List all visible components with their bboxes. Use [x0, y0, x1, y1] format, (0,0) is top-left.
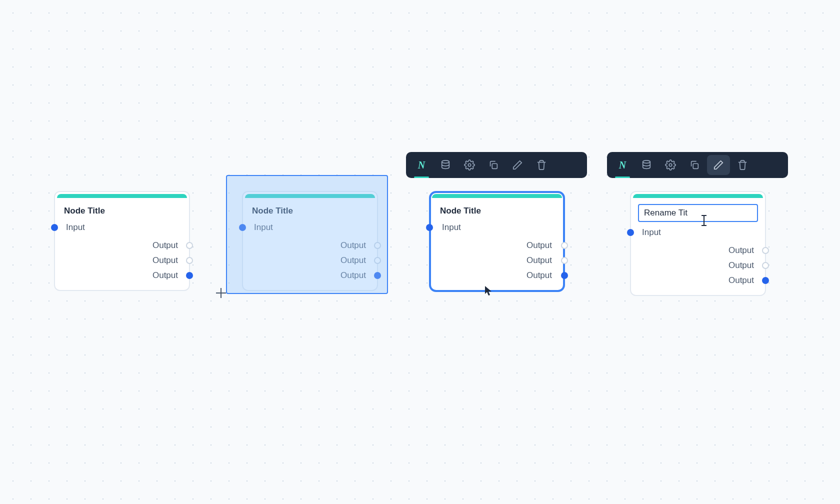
node-output-label: Output — [152, 270, 178, 280]
port-dot-icon[interactable] — [762, 277, 769, 284]
port-dot-icon[interactable] — [561, 257, 568, 264]
port-dot-icon[interactable] — [186, 257, 193, 264]
node-default[interactable]: Node Title Input Output Output Output — [54, 191, 190, 291]
node-output-label: Output — [526, 256, 552, 266]
port-dot-icon[interactable] — [561, 242, 568, 249]
node-output-label: Output — [728, 260, 754, 270]
toolbar-database-button[interactable] — [434, 155, 457, 175]
toolbar-settings-button[interactable] — [659, 155, 682, 175]
node-input-port[interactable]: Input — [55, 220, 189, 235]
node-stripe — [633, 194, 763, 198]
gear-icon — [464, 160, 475, 170]
node-output-label: Output — [152, 240, 178, 250]
node-input-label: Input — [254, 222, 273, 232]
toolbar-node-type-button[interactable]: N — [410, 155, 433, 175]
toolbar-delete-button[interactable] — [530, 155, 553, 175]
node-output-port[interactable]: Output — [431, 268, 563, 283]
svg-point-0 — [442, 160, 450, 164]
node-output-label: Output — [728, 276, 754, 286]
n-italic-icon: N — [619, 160, 626, 171]
node-input-port[interactable]: Input — [243, 220, 377, 235]
node-output-label: Output — [728, 246, 754, 256]
node-output-port[interactable]: Output — [243, 253, 377, 268]
svg-rect-5 — [693, 164, 698, 168]
trash-icon — [737, 160, 748, 170]
copy-icon — [689, 160, 700, 170]
node-output-port[interactable]: Output — [55, 253, 189, 268]
port-dot-icon[interactable] — [374, 257, 381, 264]
node-canvas[interactable]: Node Title Input Output Output Output No… — [0, 0, 840, 504]
port-dot-icon[interactable] — [627, 229, 634, 236]
toolbar-delete-button[interactable] — [731, 155, 754, 175]
node-output-label: Output — [152, 256, 178, 266]
port-dot-icon[interactable] — [239, 224, 246, 231]
toolbar-database-button[interactable] — [635, 155, 658, 175]
node-stripe — [432, 194, 562, 198]
toolbar-duplicate-button[interactable] — [482, 155, 505, 175]
node-output-port[interactable]: Output — [631, 273, 765, 288]
database-icon — [641, 160, 652, 170]
node-input-port[interactable]: Input — [631, 225, 765, 240]
node-output-label: Output — [340, 270, 366, 280]
node-toolbar-editing: N — [607, 152, 788, 178]
node-toolbar: N — [406, 152, 587, 178]
svg-rect-2 — [492, 164, 497, 168]
svg-point-3 — [643, 160, 650, 164]
toolbar-rename-button[interactable] — [707, 155, 730, 175]
node-title: Node Title — [431, 198, 563, 220]
n-italic-icon: N — [418, 160, 425, 171]
pencil-icon — [512, 160, 523, 170]
node-output-port[interactable]: Output — [631, 243, 765, 258]
node-output-port[interactable]: Output — [243, 268, 377, 283]
port-dot-icon[interactable] — [374, 272, 381, 279]
node-stripe — [57, 194, 187, 198]
svg-point-1 — [468, 164, 471, 166]
port-dot-icon[interactable] — [186, 272, 193, 279]
node-output-label: Output — [526, 240, 552, 250]
database-icon — [440, 160, 451, 170]
copy-icon — [488, 160, 499, 170]
toolbar-duplicate-button[interactable] — [683, 155, 706, 175]
node-output-port[interactable]: Output — [431, 238, 563, 253]
node-output-label: Output — [526, 270, 552, 280]
node-output-port[interactable]: Output — [243, 238, 377, 253]
port-dot-icon[interactable] — [762, 247, 769, 254]
svg-point-4 — [669, 164, 672, 166]
node-editing[interactable]: Input Output Output Output — [630, 191, 766, 296]
port-dot-icon[interactable] — [762, 262, 769, 269]
node-output-port[interactable]: Output — [431, 253, 563, 268]
port-dot-icon[interactable] — [186, 242, 193, 249]
node-selected[interactable]: Node Title Input Output Output Output — [429, 191, 565, 292]
port-dot-icon[interactable] — [374, 242, 381, 249]
node-output-label: Output — [340, 256, 366, 266]
node-output-label: Output — [340, 240, 366, 250]
port-dot-icon[interactable] — [561, 272, 568, 279]
pencil-icon — [713, 160, 724, 170]
node-output-port[interactable]: Output — [55, 268, 189, 283]
trash-icon — [536, 160, 547, 170]
toolbar-settings-button[interactable] — [458, 155, 481, 175]
node-title: Node Title — [243, 198, 377, 220]
toolbar-node-type-button[interactable]: N — [611, 155, 634, 175]
toolbar-rename-button[interactable] — [506, 155, 529, 175]
port-dot-icon[interactable] — [51, 224, 58, 231]
node-output-port[interactable]: Output — [55, 238, 189, 253]
crosshair-cursor-icon — [216, 288, 226, 298]
node-output-port[interactable]: Output — [631, 258, 765, 273]
node-stripe — [245, 194, 375, 198]
node-input-label: Input — [642, 228, 661, 238]
node-title: Node Title — [55, 198, 189, 220]
node-rubber-select[interactable]: Node Title Input Output Output Output — [242, 191, 378, 291]
node-title-input[interactable] — [638, 204, 758, 222]
port-dot-icon[interactable] — [426, 224, 433, 231]
node-input-port[interactable]: Input — [431, 220, 563, 235]
node-input-label: Input — [442, 222, 461, 232]
node-input-label: Input — [66, 222, 85, 232]
gear-icon — [665, 160, 676, 170]
